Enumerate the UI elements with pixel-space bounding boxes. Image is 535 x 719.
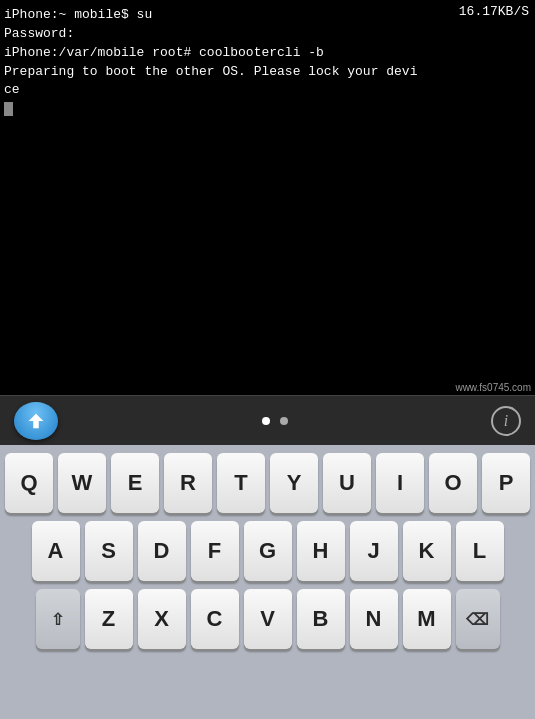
- cursor: [4, 102, 13, 116]
- info-button[interactable]: i: [491, 406, 521, 436]
- key-m[interactable]: M: [403, 589, 451, 649]
- key-x[interactable]: X: [138, 589, 186, 649]
- key-h[interactable]: H: [297, 521, 345, 581]
- key-e[interactable]: E: [111, 453, 159, 513]
- keyboard-row-3: ⇧ZXCVBNM⌫: [4, 589, 531, 649]
- page-dot-2: [280, 417, 288, 425]
- page-indicators: [262, 417, 288, 425]
- key-t[interactable]: T: [217, 453, 265, 513]
- key-b[interactable]: B: [297, 589, 345, 649]
- key-s[interactable]: S: [85, 521, 133, 581]
- key-r[interactable]: R: [164, 453, 212, 513]
- keyboard: QWERTYUIOP ASDFGHJKL ⇧ZXCVBNM⌫: [0, 445, 535, 719]
- key-shift[interactable]: ⇧: [36, 589, 80, 649]
- key-w[interactable]: W: [58, 453, 106, 513]
- keyboard-row-2: ASDFGHJKL: [4, 521, 531, 581]
- key-g[interactable]: G: [244, 521, 292, 581]
- key-l[interactable]: L: [456, 521, 504, 581]
- key-d[interactable]: D: [138, 521, 186, 581]
- key-v[interactable]: V: [244, 589, 292, 649]
- key-o[interactable]: O: [429, 453, 477, 513]
- key-j[interactable]: J: [350, 521, 398, 581]
- page-dot-1: [262, 417, 270, 425]
- up-button[interactable]: [14, 402, 58, 440]
- network-speed: 16.17KB/S: [459, 4, 529, 19]
- key-delete[interactable]: ⌫: [456, 589, 500, 649]
- watermark: www.fs0745.com: [455, 382, 531, 393]
- key-q[interactable]: Q: [5, 453, 53, 513]
- key-a[interactable]: A: [32, 521, 80, 581]
- bottom-bar: i: [0, 395, 535, 445]
- key-u[interactable]: U: [323, 453, 371, 513]
- key-n[interactable]: N: [350, 589, 398, 649]
- info-icon: i: [504, 412, 508, 430]
- key-z[interactable]: Z: [85, 589, 133, 649]
- terminal-content: iPhone:~ mobile$ su Password: iPhone:/va…: [4, 6, 531, 119]
- key-k[interactable]: K: [403, 521, 451, 581]
- key-y[interactable]: Y: [270, 453, 318, 513]
- key-c[interactable]: C: [191, 589, 239, 649]
- key-i[interactable]: I: [376, 453, 424, 513]
- terminal-area: 16.17KB/S iPhone:~ mobile$ su Password: …: [0, 0, 535, 395]
- key-p[interactable]: P: [482, 453, 530, 513]
- key-f[interactable]: F: [191, 521, 239, 581]
- keyboard-row-1: QWERTYUIOP: [4, 453, 531, 513]
